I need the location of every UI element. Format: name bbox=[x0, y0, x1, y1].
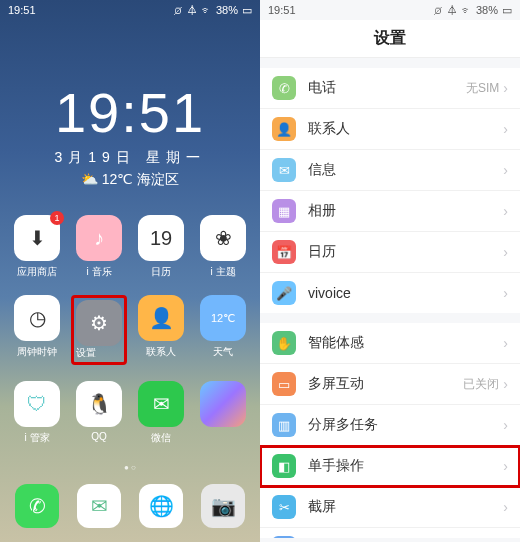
weather-loc: 海淀区 bbox=[137, 171, 179, 189]
settings-group: ✆电话无SIM›👤联系人›✉信息›▦相册›📅日历›🎤vivoice› bbox=[260, 68, 520, 313]
split-screen-icon: ▥ bbox=[272, 413, 296, 437]
app-label: 应用商店 bbox=[17, 265, 57, 279]
clock-date: 3月19日 星期一 bbox=[0, 149, 260, 167]
app-label: i 音乐 bbox=[87, 265, 112, 279]
row-app-clone[interactable]: ◎应用分身› bbox=[260, 528, 520, 538]
row-extra: 无SIM bbox=[466, 80, 499, 97]
row-messages[interactable]: ✉信息› bbox=[260, 150, 520, 191]
chevron-right-icon: › bbox=[503, 80, 508, 96]
row-calendar[interactable]: 📅日历› bbox=[260, 232, 520, 273]
dock-phone[interactable]: ✆ bbox=[15, 484, 59, 528]
row-label: 多屏互动 bbox=[308, 375, 463, 393]
app-label: 设置 bbox=[76, 346, 122, 360]
battery-icon: ▭ bbox=[242, 4, 252, 17]
row-label: 电话 bbox=[308, 79, 466, 97]
status-bar: 19:51 ⌀ ⏃ ᯤ 38% ▭ bbox=[260, 0, 520, 20]
itheme-icon: ❀ bbox=[200, 215, 246, 261]
phone-icon: ✆ bbox=[272, 76, 296, 100]
status-battery: 38% bbox=[476, 4, 498, 16]
home-screen: 19:51 ⌀ ⏃ ᯤ 38% ▭ 19:51 3月19日 星期一 ⛅ 12℃ … bbox=[0, 0, 260, 542]
clock-weather: ⛅ 12℃ 海淀区 bbox=[0, 171, 260, 189]
status-right: ⌀ ⏃ ᯤ 38% ▭ bbox=[173, 4, 252, 17]
multiscreen-icon: ▭ bbox=[272, 372, 296, 396]
contacts-icon: 👤 bbox=[272, 117, 296, 141]
row-contacts[interactable]: 👤联系人› bbox=[260, 109, 520, 150]
nav-indicator: ▢ bbox=[260, 538, 520, 542]
row-label: 智能体感 bbox=[308, 334, 503, 352]
vivoice-icon: 🎤 bbox=[272, 281, 296, 305]
smart-sense-icon: ✋ bbox=[272, 331, 296, 355]
app-label: 周钟时钟 bbox=[17, 345, 57, 359]
dock-camera[interactable]: 📷 bbox=[201, 484, 245, 528]
row-smart-sense[interactable]: ✋智能体感› bbox=[260, 323, 520, 364]
chevron-right-icon: › bbox=[503, 376, 508, 392]
status-bar: 19:51 ⌀ ⏃ ᯤ 38% ▭ bbox=[0, 0, 260, 20]
screenshot-icon: ✂ bbox=[272, 495, 296, 519]
row-label: 相册 bbox=[308, 202, 503, 220]
row-label: 分屏多任务 bbox=[308, 416, 503, 434]
chevron-right-icon: › bbox=[503, 203, 508, 219]
app-itheme[interactable]: ❀i 主题 bbox=[192, 215, 254, 279]
settings-screen: 19:51 ⌀ ⏃ ᯤ 38% ▭ 设置 ✆电话无SIM›👤联系人›✉信息›▦相… bbox=[260, 0, 520, 542]
app-weather[interactable]: 12℃天气 bbox=[192, 295, 254, 365]
chevron-right-icon: › bbox=[503, 121, 508, 137]
app-clone-icon: ◎ bbox=[272, 536, 296, 538]
row-photos[interactable]: ▦相册› bbox=[260, 191, 520, 232]
row-label: 信息 bbox=[308, 161, 503, 179]
one-hand-icon: ◧ bbox=[272, 454, 296, 478]
status-glyphs: ⌀ ⏃ ᯤ bbox=[173, 4, 212, 16]
clock-icon: ◷ bbox=[14, 295, 60, 341]
app-label: 天气 bbox=[213, 345, 233, 359]
row-label: 单手操作 bbox=[308, 457, 503, 475]
status-time: 19:51 bbox=[268, 4, 296, 16]
row-vivoice[interactable]: 🎤vivoice› bbox=[260, 273, 520, 313]
app-label: 联系人 bbox=[146, 345, 176, 359]
status-right: ⌀ ⏃ ᯤ 38% ▭ bbox=[433, 4, 512, 17]
calendar-icon: 19 bbox=[138, 215, 184, 261]
chevron-right-icon: › bbox=[503, 417, 508, 433]
chevron-right-icon: › bbox=[503, 244, 508, 260]
app-label: QQ bbox=[91, 431, 107, 442]
chevron-right-icon: › bbox=[503, 335, 508, 351]
chevron-right-icon: › bbox=[503, 499, 508, 515]
status-battery: 38% bbox=[216, 4, 238, 16]
more-icon bbox=[200, 381, 246, 427]
wechat-icon: ✉ bbox=[138, 381, 184, 427]
app-label: 微信 bbox=[151, 431, 171, 445]
row-label: 日历 bbox=[308, 243, 503, 261]
app-iguanjia[interactable]: 🛡i 管家 bbox=[6, 381, 68, 445]
app-wechat[interactable]: ✉微信 bbox=[130, 381, 192, 445]
page-dots: ● ○ bbox=[0, 463, 260, 472]
app-appstore[interactable]: ⬇1应用商店 bbox=[6, 215, 68, 279]
page-title: 设置 bbox=[260, 20, 520, 58]
app-imusic[interactable]: ♪i 音乐 bbox=[68, 215, 130, 279]
app-clock[interactable]: ◷周钟时钟 bbox=[6, 295, 68, 365]
iguanjia-icon: 🛡 bbox=[14, 381, 60, 427]
calendar-icon: 📅 bbox=[272, 240, 296, 264]
app-calendar[interactable]: 19日历 bbox=[130, 215, 192, 279]
settings-group: ✋智能体感›▭多屏互动已关闭›▥分屏多任务›◧单手操作›✂截屏›◎应用分身›⚡快… bbox=[260, 323, 520, 538]
app-contacts[interactable]: 👤联系人 bbox=[130, 295, 192, 365]
row-multiscreen[interactable]: ▭多屏互动已关闭› bbox=[260, 364, 520, 405]
dock: ✆✉🌐📷 bbox=[0, 484, 260, 528]
chevron-right-icon: › bbox=[503, 458, 508, 474]
app-qq[interactable]: 🐧QQ bbox=[68, 381, 130, 445]
row-screenshot[interactable]: ✂截屏› bbox=[260, 487, 520, 528]
weather-temp: 12℃ bbox=[102, 171, 134, 189]
weather-icon: 12℃ bbox=[200, 295, 246, 341]
row-phone[interactable]: ✆电话无SIM› bbox=[260, 68, 520, 109]
dock-browser[interactable]: 🌐 bbox=[139, 484, 183, 528]
status-glyphs: ⌀ ⏃ ᯤ bbox=[433, 4, 472, 16]
row-label: 截屏 bbox=[308, 498, 503, 516]
row-one-hand[interactable]: ◧单手操作› bbox=[260, 446, 520, 487]
app-more[interactable] bbox=[192, 381, 254, 445]
settings-list[interactable]: ✆电话无SIM›👤联系人›✉信息›▦相册›📅日历›🎤vivoice›✋智能体感›… bbox=[260, 58, 520, 538]
battery-icon: ▭ bbox=[502, 4, 512, 17]
messages-icon: ✉ bbox=[272, 158, 296, 182]
qq-icon: 🐧 bbox=[76, 381, 122, 427]
settings-icon: ⚙ bbox=[76, 300, 122, 346]
dock-messages[interactable]: ✉ bbox=[77, 484, 121, 528]
row-label: 联系人 bbox=[308, 120, 503, 138]
row-split-screen[interactable]: ▥分屏多任务› bbox=[260, 405, 520, 446]
app-settings[interactable]: ⚙设置 bbox=[68, 295, 130, 365]
